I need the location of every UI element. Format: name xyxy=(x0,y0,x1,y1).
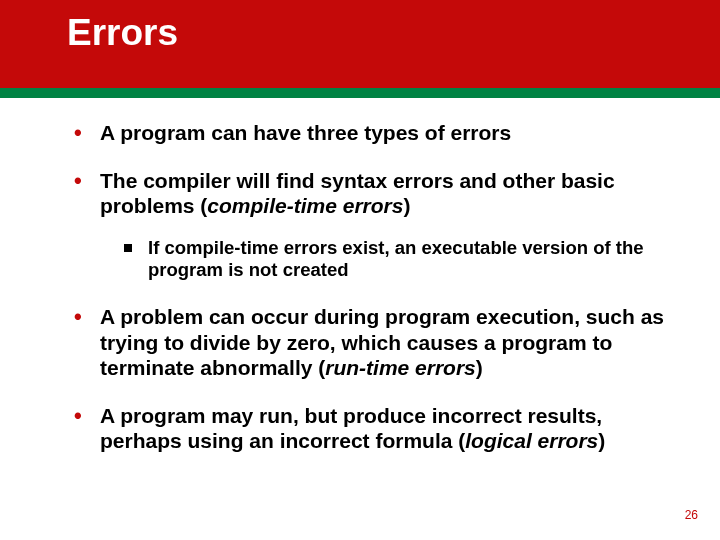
bullet-text: The compiler will find syntax errors and… xyxy=(100,169,615,218)
slide-title: Errors xyxy=(67,12,178,54)
slide-body: A program can have three types of errors… xyxy=(0,88,720,454)
bullet-text: A problem can occur during program execu… xyxy=(100,305,664,379)
bullet-item: A program may run, but produce incorrect… xyxy=(60,403,670,454)
sub-bullet-item: If compile-time errors exist, an executa… xyxy=(116,237,670,282)
bullet-list: A program can have three types of errors… xyxy=(60,120,670,454)
bullet-item: A program can have three types of errors xyxy=(60,120,670,146)
sub-bullet-list: If compile-time errors exist, an executa… xyxy=(100,237,670,282)
title-bar: Errors xyxy=(0,0,720,88)
bullet-text: A program may run, but produce incorrect… xyxy=(100,404,605,453)
page-number: 26 xyxy=(685,508,698,522)
bullet-item: The compiler will find syntax errors and… xyxy=(60,168,670,282)
bullet-item: A problem can occur during program execu… xyxy=(60,304,670,381)
sub-bullet-text: If compile-time errors exist, an executa… xyxy=(148,237,644,281)
accent-band xyxy=(0,88,720,98)
bullet-text: A program can have three types of errors xyxy=(100,121,511,144)
